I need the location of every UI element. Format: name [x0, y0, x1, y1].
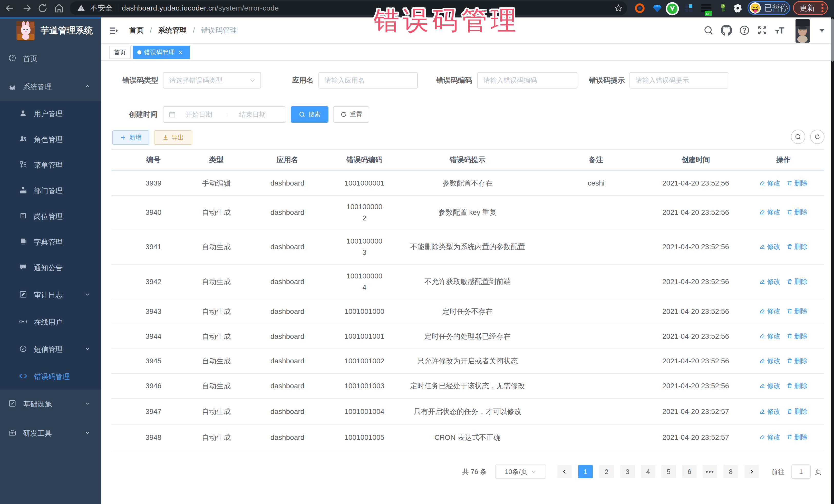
svg-text:on: on [706, 11, 710, 16]
